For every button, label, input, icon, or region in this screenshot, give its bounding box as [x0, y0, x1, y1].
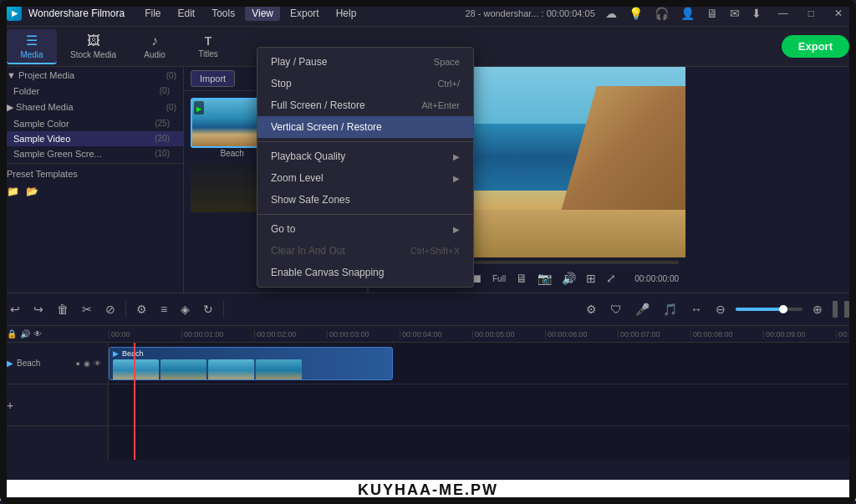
- menu-vertical-screen[interactable]: Vertical Screen / Restore: [257, 116, 473, 138]
- track-lock-icon[interactable]: 🔒: [7, 329, 17, 339]
- clear-inout-shortcut: Ctrl+Shift+X: [410, 246, 460, 256]
- maximize-button[interactable]: □: [802, 6, 821, 21]
- disable-button[interactable]: ⊘: [102, 301, 119, 318]
- menu-clear-inout[interactable]: Clear In And Out Ctrl+Shift+X: [257, 240, 473, 262]
- track-eye-icon[interactable]: 👁: [33, 329, 42, 339]
- menu-canvas-snapping[interactable]: Enable Canvas Snapping: [257, 262, 473, 283]
- tab-stock-media[interactable]: 🖼 Stock Media: [60, 30, 126, 63]
- menu-safe-zones[interactable]: Show Safe Zones: [257, 189, 473, 211]
- menu-goto[interactable]: Go to ▶: [257, 218, 473, 240]
- music-button[interactable]: 🎵: [660, 301, 680, 318]
- track-solo[interactable]: ◉: [84, 359, 90, 368]
- track-hide[interactable]: 👁: [94, 359, 101, 368]
- menu-zoom-level[interactable]: Zoom Level ▶: [257, 167, 473, 189]
- ruler-mark-5: 00:00:05:00: [472, 330, 545, 339]
- shield-button[interactable]: 🛡: [607, 301, 625, 318]
- goto-label: Go to: [271, 223, 295, 235]
- playhead[interactable]: [134, 343, 135, 460]
- view-dropdown-menu: Play / Pause Space Stop Ctrl+/ Full Scre…: [257, 47, 474, 288]
- preset-icon-1[interactable]: 📁: [7, 186, 19, 197]
- track-label-audio: +: [0, 384, 108, 426]
- right-edit-buttons: ⚙ 🛡 🎤 🎵 ↔ ⊖ ⊕: [583, 301, 849, 318]
- expand-icon[interactable]: ⤢: [603, 270, 619, 287]
- scrollbar-thumb[interactable]: [849, 368, 856, 401]
- menu-sep-2: [257, 214, 473, 215]
- fullscreen-label: Full Screen / Restore: [271, 99, 365, 111]
- delete-button[interactable]: 🗑: [54, 301, 72, 318]
- zoom-out-button[interactable]: ⊖: [712, 301, 729, 318]
- audio-track[interactable]: [109, 384, 856, 426]
- headset-icon[interactable]: 🎧: [651, 5, 672, 22]
- menu-stop[interactable]: Stop Ctrl+/: [257, 73, 473, 94]
- menu-playback-quality[interactable]: Playback Quality ▶: [257, 145, 473, 167]
- sidebar-folder[interactable]: Folder (0): [0, 84, 183, 99]
- tab-titles[interactable]: T Titles: [183, 31, 233, 62]
- sidebar-sample-video[interactable]: Sample Video (20): [0, 131, 183, 146]
- goto-arrow: ▶: [453, 225, 460, 234]
- timeline-scrollbar[interactable]: [849, 326, 856, 460]
- menu-help[interactable]: Help: [329, 6, 364, 21]
- clip-header: ▶ Beach: [113, 349, 389, 358]
- rotate-button[interactable]: ↻: [200, 301, 217, 318]
- menu-play-pause[interactable]: Play / Pause Space: [257, 51, 473, 73]
- bulb-icon[interactable]: 💡: [625, 5, 646, 22]
- close-button[interactable]: ✕: [828, 6, 849, 21]
- redo-button[interactable]: ↪: [30, 301, 47, 318]
- zoom-handle[interactable]: [779, 305, 787, 313]
- screen-icon[interactable]: 🖥: [703, 5, 721, 22]
- playback-quality-label: Playback Quality: [271, 150, 345, 162]
- tab-media[interactable]: ☰ Media: [7, 29, 57, 64]
- play-pause-shortcut: Space: [434, 57, 460, 67]
- cut-button[interactable]: ✂: [79, 301, 95, 318]
- canvas-snapping-label: Enable Canvas Snapping: [271, 267, 384, 278]
- settings-button[interactable]: ⚙: [133, 301, 150, 318]
- export-button[interactable]: Export: [782, 35, 849, 58]
- track-vol-icon[interactable]: 🔊: [20, 329, 30, 339]
- list-button[interactable]: ≡: [157, 301, 171, 318]
- app-logo: ▶: [7, 6, 22, 21]
- timeline-clip-beach[interactable]: ▶ Beach: [109, 347, 393, 380]
- profile-icon[interactable]: 👤: [677, 5, 698, 22]
- crop-button[interactable]: ◈: [177, 301, 193, 318]
- undo-button[interactable]: ↩: [7, 301, 23, 318]
- mic-button[interactable]: 🎤: [632, 301, 653, 318]
- preset-icon-2[interactable]: 📂: [26, 186, 38, 197]
- app-name: Wondershare Filmora: [28, 8, 125, 19]
- sample-video-count: (20): [155, 134, 170, 144]
- stretch-button[interactable]: ↔: [687, 301, 706, 318]
- track-mute[interactable]: ●: [76, 359, 80, 368]
- volume-icon[interactable]: 🔊: [558, 270, 579, 287]
- sidebar-sample-color[interactable]: Sample Color (25): [0, 116, 183, 131]
- screen-icon[interactable]: 🖥: [512, 270, 531, 287]
- edit-toolbar: ↩ ↪ 🗑 ✂ ⊘ ⚙ ≡ ◈ ↻ ⚙ 🛡 🎤 🎵 ↔ ⊖ ⊕: [0, 293, 856, 326]
- sidebar: ▼ Project Media (0) Folder (0) ▶ Shared …: [0, 67, 184, 293]
- layout-icon[interactable]: ⊞: [583, 270, 599, 287]
- mail-icon[interactable]: ✉: [726, 5, 743, 22]
- tab-audio[interactable]: ♪ Audio: [130, 30, 180, 63]
- video-track[interactable]: ▶ Beach: [109, 343, 856, 384]
- safe-zones-label: Show Safe Zones: [271, 194, 350, 206]
- menu-export[interactable]: Export: [283, 6, 326, 21]
- menu-file[interactable]: File: [138, 6, 167, 21]
- menu-edit[interactable]: Edit: [171, 6, 202, 21]
- import-button[interactable]: Import: [191, 70, 235, 87]
- sidebar-project-media[interactable]: ▼ Project Media (0): [0, 67, 183, 84]
- cloud-icon[interactable]: ☁: [602, 5, 620, 22]
- menu-fullscreen[interactable]: Full Screen / Restore Alt+Enter: [257, 94, 473, 116]
- ruler-mark-4: 00:00:04:00: [400, 330, 472, 339]
- sidebar-preset-templates[interactable]: Preset Templates: [0, 165, 183, 182]
- sidebar-shared-media[interactable]: ▶ Shared Media (0): [0, 99, 183, 116]
- titlebar: ▶ Wondershare Filmora File Edit Tools Vi…: [0, 0, 856, 27]
- menu-tools[interactable]: Tools: [205, 6, 242, 21]
- effects-button[interactable]: ⚙: [583, 301, 600, 318]
- full-label[interactable]: Full: [489, 272, 509, 285]
- zoom-in-button[interactable]: ⊕: [809, 301, 826, 318]
- clip-title: Beach: [122, 349, 144, 358]
- sidebar-sample-green[interactable]: Sample Green Scre... (10): [0, 146, 183, 161]
- screenshot-icon[interactable]: 📷: [534, 270, 555, 287]
- zoom-slider[interactable]: [736, 308, 802, 311]
- download-icon[interactable]: ⬇: [748, 5, 765, 22]
- minimize-button[interactable]: —: [772, 6, 795, 21]
- menu-view[interactable]: View: [245, 6, 280, 21]
- track-plus-icon[interactable]: +: [7, 399, 13, 412]
